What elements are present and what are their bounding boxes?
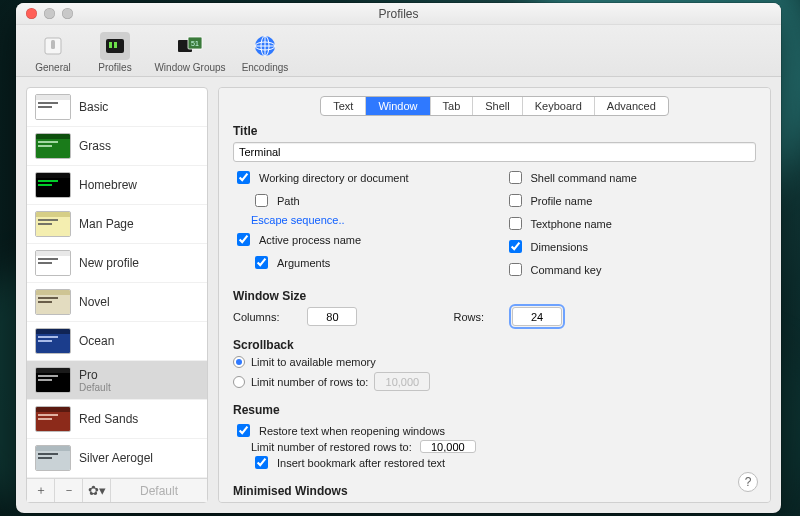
escape-sequence-link[interactable]: Escape sequence.. xyxy=(233,214,485,226)
profile-item[interactable]: Ocean xyxy=(27,322,207,361)
ck-working-dir[interactable]: Working directory or document xyxy=(233,168,485,187)
toolbar-item-encodings[interactable]: Encodings xyxy=(238,32,292,73)
section-scrollback: Scrollback xyxy=(233,338,756,352)
profile-item[interactable]: Silver Aerogel xyxy=(27,439,207,478)
profile-item[interactable]: Man Page xyxy=(27,205,207,244)
profile-thumbnail-icon xyxy=(35,133,71,159)
rows-label: Rows: xyxy=(453,311,484,323)
toolbar: General Profiles 51 Window Groups Encodi… xyxy=(16,25,781,77)
radio-limit-memory[interactable]: Limit to available memory xyxy=(233,356,756,368)
ck-textphone-name[interactable]: Textphone name xyxy=(505,214,757,233)
ck-restore-text[interactable]: Restore text when reopening windows xyxy=(233,421,756,440)
radio-limit-rows[interactable]: Limit number of rows to: xyxy=(233,372,756,391)
set-default-button[interactable]: Default xyxy=(111,479,207,502)
ck-dimensions[interactable]: Dimensions xyxy=(505,237,757,256)
profiles-list[interactable]: Basic Grass Homebrew Man Page xyxy=(27,88,207,478)
resume-limit-input[interactable] xyxy=(420,440,476,453)
profiles-sidebar: Basic Grass Homebrew Man Page xyxy=(26,87,208,503)
window-controls xyxy=(26,8,73,19)
columns-input[interactable] xyxy=(307,307,357,326)
terminal-icon xyxy=(100,32,130,60)
remove-button[interactable]: － xyxy=(55,479,83,502)
profile-item[interactable]: Red Sands xyxy=(27,400,207,439)
profile-thumbnail-icon xyxy=(35,328,71,354)
radio-dot-icon xyxy=(233,376,245,388)
ck-active-process[interactable]: Active process name xyxy=(233,230,485,249)
globe-icon xyxy=(250,32,280,60)
add-button[interactable]: ＋ xyxy=(27,479,55,502)
toolbar-item-general[interactable]: General xyxy=(26,32,80,73)
profile-item[interactable]: Grass xyxy=(27,127,207,166)
sidebar-footer: ＋ － ✿▾ Default xyxy=(27,478,207,502)
profile-thumbnail-icon xyxy=(35,445,71,471)
radio-dot-icon xyxy=(233,356,245,368)
profile-thumbnail-icon xyxy=(35,94,71,120)
ck-arguments[interactable]: Arguments xyxy=(233,253,485,272)
profile-item[interactable]: ProDefault xyxy=(27,361,207,400)
section-resume: Resume xyxy=(233,403,756,417)
svg-rect-4 xyxy=(114,42,117,48)
minimize-icon[interactable] xyxy=(44,8,55,19)
section-minimised: Minimised Windows xyxy=(233,484,756,498)
section-title: Title xyxy=(233,124,756,138)
toolbar-item-window-groups[interactable]: 51 Window Groups xyxy=(150,32,230,73)
section-window-size: Window Size xyxy=(233,289,756,303)
svg-rect-1 xyxy=(51,40,55,49)
rows-input[interactable] xyxy=(512,307,562,326)
tab-text[interactable]: Text xyxy=(321,97,366,115)
ck-path[interactable]: Path xyxy=(233,191,485,210)
zoom-icon[interactable] xyxy=(62,8,73,19)
profile-thumbnail-icon xyxy=(35,289,71,315)
titlebar: Profiles xyxy=(16,3,781,25)
title-field[interactable] xyxy=(233,142,756,162)
ck-command-key[interactable]: Command key xyxy=(505,260,757,279)
ck-insert-bookmark[interactable]: Insert bookmark after restored text xyxy=(233,453,756,472)
ck-shell-command[interactable]: Shell command name xyxy=(505,168,757,187)
columns-label: Columns: xyxy=(233,311,279,323)
switch-icon xyxy=(38,32,68,60)
profile-thumbnail-icon xyxy=(35,250,71,276)
resume-limit-label: Limit number of restored rows to: xyxy=(251,441,412,453)
scrollback-rows-input xyxy=(374,372,430,391)
preferences-window: Profiles General Profiles 51 Window Grou… xyxy=(16,3,781,513)
tab-keyboard[interactable]: Keyboard xyxy=(523,97,595,115)
close-icon[interactable] xyxy=(26,8,37,19)
profile-thumbnail-icon xyxy=(35,406,71,432)
window-title: Profiles xyxy=(378,7,418,21)
profile-thumbnail-icon xyxy=(35,211,71,237)
help-button[interactable]: ? xyxy=(738,472,758,492)
svg-text:51: 51 xyxy=(191,40,199,47)
content: Basic Grass Homebrew Man Page xyxy=(16,77,781,513)
ck-dock-display[interactable]: Display status and current contents in t… xyxy=(233,502,756,503)
tab-window[interactable]: Window xyxy=(366,97,430,115)
svg-rect-3 xyxy=(109,42,112,48)
profile-item[interactable]: Basic xyxy=(27,88,207,127)
profile-item[interactable]: Homebrew xyxy=(27,166,207,205)
tab-shell[interactable]: Shell xyxy=(473,97,522,115)
toolbar-item-profiles[interactable]: Profiles xyxy=(88,32,142,73)
profile-item[interactable]: Novel xyxy=(27,283,207,322)
profile-thumbnail-icon xyxy=(35,172,71,198)
ck-profile-name[interactable]: Profile name xyxy=(505,191,757,210)
window-groups-icon: 51 xyxy=(175,32,205,60)
action-menu-button[interactable]: ✿▾ xyxy=(83,479,111,502)
settings-pane: TextWindowTabShellKeyboardAdvanced Title… xyxy=(218,87,771,503)
pane-tabs: TextWindowTabShellKeyboardAdvanced xyxy=(233,96,756,116)
profile-item[interactable]: New profile xyxy=(27,244,207,283)
tab-tab[interactable]: Tab xyxy=(431,97,474,115)
tab-advanced[interactable]: Advanced xyxy=(595,97,668,115)
profile-thumbnail-icon xyxy=(35,367,71,393)
